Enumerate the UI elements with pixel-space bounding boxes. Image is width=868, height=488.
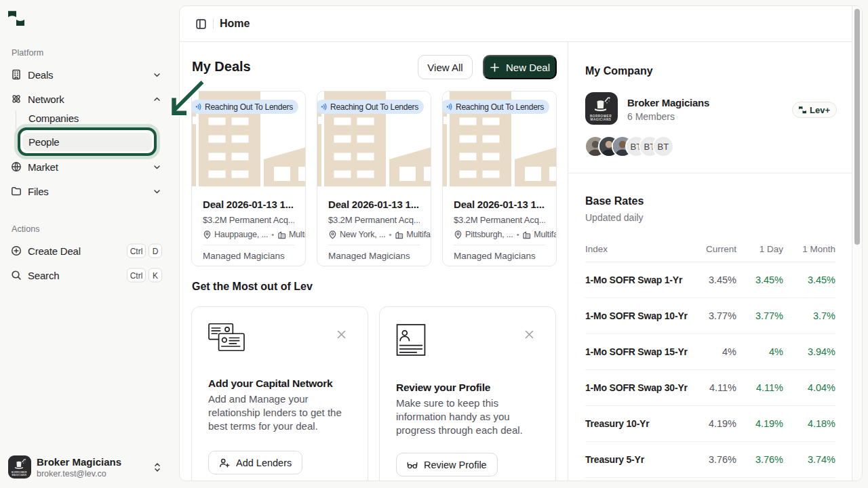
network-icon <box>11 94 22 104</box>
chevron-down-icon <box>153 70 161 79</box>
sidebar-item-deals[interactable]: Deals <box>0 62 168 87</box>
app-root: Platform Deals Network Companies People … <box>0 0 868 488</box>
lev-logo-icon <box>799 106 806 114</box>
table-row: Treasury 10-Yr 4.19% 4.19% 4.18% <box>585 405 835 441</box>
signal-icon <box>319 102 328 111</box>
building-icon <box>277 230 286 239</box>
scrollbar-track[interactable] <box>852 6 862 481</box>
topbar-divider <box>213 18 214 29</box>
kbd-k: K <box>149 268 162 283</box>
signal-icon <box>193 102 202 111</box>
plus-icon <box>490 62 500 73</box>
deal-managed-by: Managed Magicians <box>454 245 545 261</box>
deal-card[interactable]: Reaching Out To Lenders Deal 2026-01-13 … <box>317 91 431 266</box>
deal-managed-by: Managed Magicians <box>328 245 420 261</box>
review-profile-button[interactable]: Review Profile <box>396 453 498 476</box>
panel-divider <box>568 173 853 174</box>
nav-tree-line <box>16 110 16 129</box>
table-header: Index Current 1 Day 1 Month <box>585 243 835 262</box>
base-rates-subtitle: Updated daily <box>585 212 644 223</box>
lev-plus-badge[interactable]: Lev+ <box>792 102 837 118</box>
view-all-button[interactable]: View All <box>418 55 473 79</box>
table-row: Treasury 5-Yr 3.76% 3.76% 3.74% <box>585 441 835 477</box>
deal-card[interactable]: Reaching Out To Lenders Deal 2026-01-13 … <box>191 91 306 266</box>
page-title: Home <box>220 18 250 30</box>
promo-card-review-profile: Review your Profile Make sure to keep th… <box>379 306 556 481</box>
user-name: Broker Magicians <box>37 456 121 468</box>
close-icon[interactable] <box>524 329 534 340</box>
sidebar-item-companies[interactable]: Companies <box>28 113 79 124</box>
map-pin-icon <box>203 230 212 239</box>
deal-title: Deal 2026-01-13 1... <box>328 199 420 210</box>
deal-meta: New York, ... • Multifamily <box>328 230 431 239</box>
search-icon <box>11 270 22 281</box>
user-plus-icon <box>219 458 230 468</box>
deal-status-badge: Reaching Out To Lenders <box>191 100 298 114</box>
sidebar-item-people[interactable]: People <box>22 133 152 152</box>
company-name: Broker Magicians <box>627 97 709 108</box>
building-icon <box>522 230 531 239</box>
map-pin-icon <box>328 230 337 239</box>
user-email: broker.test@lev.co <box>37 469 106 479</box>
chevron-down-icon <box>153 187 161 196</box>
deal-managed-by: Managed Magicians <box>203 245 294 261</box>
deal-subtitle: $3.2M Permanent Acq... <box>454 215 545 225</box>
sidebar-item-files[interactable]: Files <box>0 179 168 203</box>
deal-title: Deal 2026-01-13 1... <box>454 199 545 210</box>
table-row: 1-Mo SOFR Swap 1-Yr 3.45% 3.45% 3.45% <box>585 262 835 298</box>
member-avatar-initials[interactable]: BT <box>652 136 674 157</box>
table-row: 1-Mo SOFR Swap 30-Yr 4.11% 4.11% 4.04% <box>585 369 835 405</box>
market-icon <box>11 161 22 172</box>
table-row: 1-Mo SOFR Swap 10-Yr 3.77% 3.77% 3.7% <box>585 298 835 333</box>
chevrons-up-down-icon <box>153 462 161 473</box>
deal-subtitle: $3.2M Permanent Acq... <box>203 215 294 225</box>
kbd-d: D <box>149 244 162 258</box>
topbar: Home <box>180 6 852 42</box>
deal-body: Deal 2026-01-13 1... $3.2M Permanent Acq… <box>192 186 305 261</box>
promo-description: Make sure to keep this information handy… <box>396 396 523 437</box>
deal-subtitle: $3.2M Permanent Acq... <box>328 215 420 225</box>
deal-body: Deal 2026-01-13 1... $3.2M Permanent Acq… <box>443 186 556 261</box>
promo-description: Add and Manage your relationship lenders… <box>208 392 342 433</box>
promo-title: Review your Profile <box>396 382 490 394</box>
promo-card-capital-network: Add your Capital Network Add and Manage … <box>191 306 368 481</box>
kbd-ctrl: Ctrl <box>127 244 146 258</box>
files-icon <box>11 186 22 197</box>
kbd-ctrl: Ctrl <box>127 268 146 283</box>
base-rates-table: Index Current 1 Day 1 Month 1-Mo SOFR Sw… <box>585 243 835 478</box>
map-pin-icon <box>454 230 462 239</box>
glasses-icon <box>407 460 418 470</box>
deal-meta: Pittsburgh, ... • Multifamily <box>454 230 556 239</box>
deal-meta: Hauppauge, ... • Multifamily <box>203 230 305 239</box>
promo-title: Add your Capital Network <box>208 378 332 390</box>
base-rates-heading: Base Rates <box>585 195 644 207</box>
building-icon <box>395 230 403 239</box>
table-row: 1-Mo SOFR Swap 15-Yr 4% 4% 3.94% <box>585 333 835 369</box>
sidebar-toggle-icon[interactable] <box>196 19 206 29</box>
chevron-up-icon <box>153 95 161 104</box>
my-deals-heading: My Deals <box>192 59 251 75</box>
create-deal-action[interactable]: Create Deal Ctrl D <box>0 239 179 263</box>
platform-section-label: Platform <box>12 48 43 58</box>
search-action[interactable]: Search Ctrl K <box>0 263 179 287</box>
deal-card[interactable]: Reaching Out To Lenders Deal 2026-01-13 … <box>442 91 557 266</box>
sidebar-item-network[interactable]: Network <box>0 87 168 111</box>
deal-status-badge: Reaching Out To Lenders <box>442 100 549 114</box>
add-lenders-button[interactable]: Add Lenders <box>208 451 302 474</box>
promo-heading: Get the Most out of Lev <box>192 281 313 293</box>
new-deal-button[interactable]: New Deal <box>483 55 557 79</box>
sidebar-item-market[interactable]: Market <box>0 155 168 179</box>
actions-section-label: Actions <box>12 224 40 234</box>
close-icon[interactable] <box>336 329 347 340</box>
company-members: 6 Members <box>627 111 675 122</box>
capital-network-icon <box>208 323 245 352</box>
sidebar: Platform Deals Network Companies People … <box>0 0 179 488</box>
my-company-heading: My Company <box>585 65 653 77</box>
signal-icon <box>444 102 453 111</box>
user-avatar <box>8 455 31 479</box>
profile-doc-icon <box>396 324 426 356</box>
company-logo <box>585 92 618 125</box>
user-menu[interactable]: Broker Magicians broker.test@lev.co <box>0 451 179 484</box>
main-content: Home My Deals View All New Deal Reaching… <box>179 5 863 481</box>
scrollbar-thumb[interactable] <box>854 9 860 245</box>
